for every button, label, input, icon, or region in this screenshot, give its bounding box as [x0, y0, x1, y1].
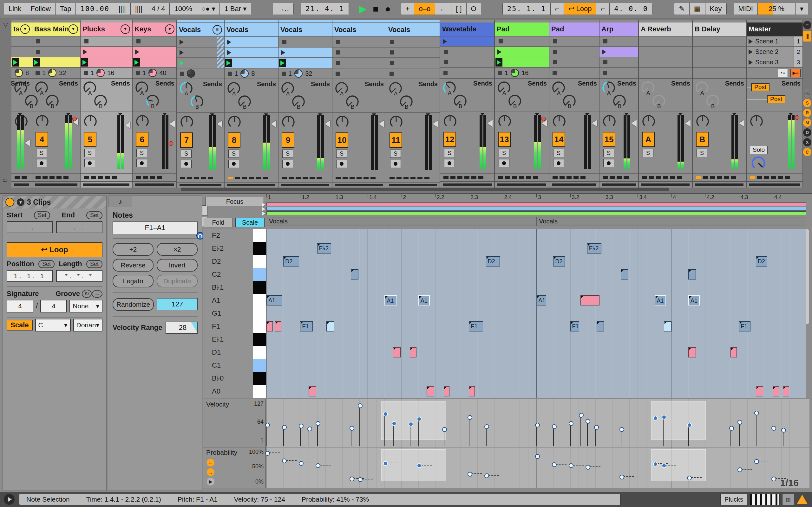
- pan-knob[interactable]: [695, 114, 710, 130]
- scene-play-icon[interactable]: [749, 60, 753, 65]
- crossfade-dash[interactable]: [136, 176, 141, 179]
- clip-slot[interactable]: [386, 48, 440, 58]
- midi-note[interactable]: A1: [537, 295, 546, 305]
- peak-indicator[interactable]: [541, 117, 546, 121]
- clip-slot[interactable]: [549, 57, 599, 68]
- chevron-down-icon[interactable]: ▾: [165, 24, 174, 34]
- clip-playing-button[interactable]: [33, 58, 40, 66]
- volume-fader-handle[interactable]: [739, 120, 745, 127]
- midi-note-other-clip[interactable]: [266, 321, 273, 331]
- solo-button[interactable]: S: [136, 149, 147, 157]
- midi-note-other-clip[interactable]: [410, 347, 416, 357]
- pitch-range-field[interactable]: F1–A1: [113, 222, 198, 234]
- mini-io-widget[interactable]: ▥: [782, 494, 794, 505]
- track-activator-button[interactable]: 14: [553, 132, 565, 147]
- crossfade-dash[interactable]: [717, 176, 722, 179]
- crossfade-dash[interactable]: [350, 177, 355, 179]
- post-toggle[interactable]: Post: [767, 95, 785, 103]
- solo-button[interactable]: S: [499, 149, 509, 157]
- clip-slot[interactable]: [440, 47, 494, 57]
- arm-button[interactable]: [499, 159, 509, 167]
- crossfade-dash[interactable]: [457, 176, 462, 179]
- velocity-stem[interactable]: [688, 425, 689, 446]
- crossfade-dash[interactable]: [296, 177, 301, 179]
- clip-slot[interactable]: [278, 37, 332, 48]
- velocity-marker[interactable]: [392, 421, 397, 426]
- midi-note[interactable]: D2: [553, 257, 565, 267]
- piano-roll-scrollbar[interactable]: [806, 229, 809, 324]
- key-block[interactable]: [253, 242, 266, 255]
- clip-slot[interactable]: [81, 37, 132, 47]
- track-header[interactable]: Vocals: [278, 23, 332, 37]
- time-signature-field[interactable]: 4 / 4: [147, 3, 170, 15]
- loop-toggle-button[interactable]: ↩ Loop: [7, 242, 102, 257]
- clip-slot[interactable]: [133, 37, 176, 47]
- arrangement-position-field[interactable]: 21. 4. 1: [301, 3, 349, 15]
- track-header[interactable]: Pad: [495, 22, 549, 37]
- midi-note-other-clip[interactable]: [730, 347, 737, 357]
- velocity-marker[interactable]: [307, 427, 312, 431]
- crossfade-dash[interactable]: [98, 176, 103, 179]
- note-tool-legato[interactable]: Legato: [113, 275, 154, 287]
- probability-marker[interactable]: [467, 472, 472, 476]
- pan-knob[interactable]: [135, 114, 150, 130]
- track-header[interactable]: Pad: [549, 22, 599, 37]
- crossfade-dash[interactable]: [649, 176, 654, 179]
- new-button[interactable]: +: [401, 3, 415, 15]
- pan-knob[interactable]: [389, 115, 403, 130]
- crossfade-dash[interactable]: [310, 177, 315, 179]
- probability-marker[interactable]: [535, 454, 540, 459]
- arm-button[interactable]: [229, 160, 239, 168]
- current-instrument-chip[interactable]: Plucks: [720, 494, 747, 505]
- delay-toggle[interactable]: D: [803, 128, 811, 136]
- probability-marker[interactable]: [754, 459, 759, 464]
- crossfade-dash[interactable]: [390, 177, 395, 179]
- velocity-lane[interactable]: Velocity127641: [203, 399, 809, 447]
- volume-fader-handle[interactable]: [325, 120, 330, 127]
- crossfade-dash[interactable]: [696, 176, 701, 179]
- clip-slot[interactable]: [32, 37, 80, 47]
- clip-loop-bar[interactable]: [266, 211, 806, 215]
- crossfade-dash[interactable]: [112, 176, 117, 179]
- groove-commit-icon[interactable]: ↻: [82, 290, 92, 298]
- cpu-dropdown[interactable]: ▾: [796, 3, 808, 15]
- track-header[interactable]: Plucks▾: [81, 22, 132, 37]
- length-value-field[interactable]: *. *. *: [56, 270, 102, 282]
- arm-button[interactable]: [390, 160, 401, 168]
- scene-play-icon[interactable]: [749, 39, 753, 44]
- clip-slot[interactable]: [333, 48, 386, 58]
- crossfade-dash[interactable]: [194, 177, 199, 179]
- crossfade-dash[interactable]: [580, 176, 586, 179]
- overview-icon[interactable]: ≡: [803, 21, 811, 29]
- velocity-marker[interactable]: [358, 403, 362, 408]
- clip-slot[interactable]: [133, 47, 176, 57]
- metronome-button[interactable]: ○● ▾: [197, 3, 220, 15]
- scene-slot[interactable]: Scene 22: [747, 47, 803, 57]
- velocity-stem[interactable]: [537, 425, 537, 446]
- pan-knob[interactable]: [281, 115, 296, 130]
- velocity-stem[interactable]: [486, 427, 487, 446]
- clip-slot[interactable]: [549, 37, 599, 47]
- punch-out-button[interactable]: ⌐: [596, 3, 610, 15]
- velocity-stem[interactable]: [595, 428, 596, 446]
- probability-marker[interactable]: [383, 461, 388, 466]
- crossfade-dash[interactable]: [410, 177, 415, 179]
- start-set-button[interactable]: Set: [34, 211, 50, 219]
- velocity-stem[interactable]: [317, 424, 318, 446]
- piano-key-row[interactable]: G1: [203, 307, 266, 320]
- crossfade-dash[interactable]: [656, 176, 661, 179]
- track-activator-button[interactable]: 5: [84, 132, 96, 147]
- midi-note-other-clip[interactable]: [393, 347, 401, 357]
- clip-slot[interactable]: [495, 47, 549, 57]
- crossfade-dash[interactable]: [471, 176, 476, 179]
- track-activator-button[interactable]: 10: [336, 132, 348, 148]
- solo-button[interactable]: S: [84, 149, 95, 157]
- solo-button[interactable]: S: [390, 150, 401, 158]
- track-header[interactable]: Arp: [600, 22, 638, 37]
- midi-note[interactable]: [326, 321, 334, 331]
- key-block[interactable]: [253, 281, 266, 294]
- peak-indicator[interactable]: [169, 141, 173, 146]
- track-activator-button[interactable]: B: [696, 132, 709, 147]
- play-button[interactable]: ▶: [356, 3, 369, 14]
- length-set-button[interactable]: Set: [86, 260, 102, 268]
